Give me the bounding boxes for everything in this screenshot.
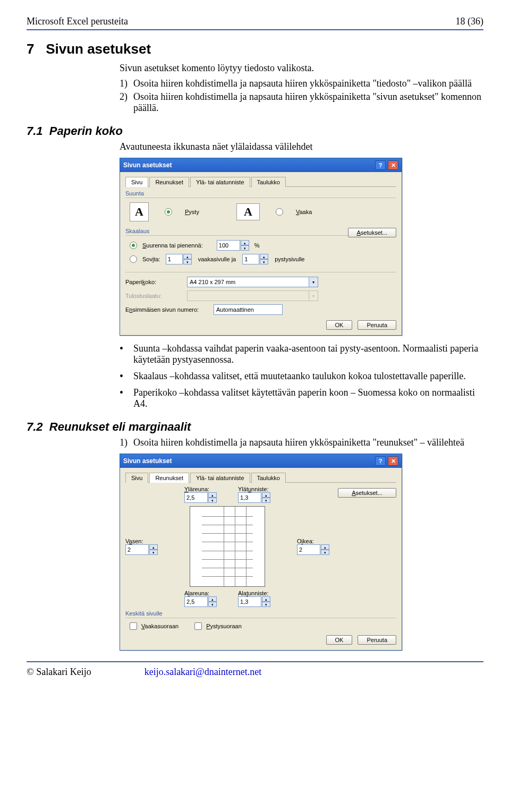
- vasen-input[interactable]: [125, 544, 149, 555]
- chevron-down-icon[interactable]: ▾: [321, 550, 329, 555]
- tab-taulukko[interactable]: Taulukko: [251, 177, 286, 187]
- dialog2-title: Sivun asetukset: [123, 457, 172, 465]
- fit-h-spinner[interactable]: ▴▾: [242, 254, 268, 264]
- peruuta-button[interactable]: Peruuta: [358, 320, 396, 330]
- heading-71-num: 7.1: [27, 124, 43, 138]
- ensnum-input[interactable]: [214, 304, 283, 315]
- steps-7: Osoita hiiren kohdistimella ja napsauta …: [120, 78, 483, 114]
- paperikoko-dropdown[interactable]: ▾: [187, 277, 318, 287]
- radio-sovita[interactable]: [130, 255, 137, 263]
- radio-pysty[interactable]: [165, 208, 172, 216]
- keskita-label: Keskitä sivulle: [125, 610, 396, 617]
- step-72-1: Osoita hiiren kohdistimella ja napsauta …: [120, 437, 483, 448]
- chevron-up-icon[interactable]: ▴: [321, 544, 329, 550]
- fit-mid: vaakasivulle ja: [198, 256, 236, 262]
- paperikoko-value[interactable]: [187, 277, 309, 287]
- tulostuslaatu-dropdown: ▾: [187, 290, 318, 301]
- chevron-up-icon[interactable]: ▴: [260, 254, 268, 259]
- chevron-down-icon[interactable]: ▾: [208, 498, 217, 503]
- alatunniste-label: Alatunniste:: [238, 590, 270, 596]
- fit-end: pystysivulle: [275, 256, 304, 262]
- ylatunniste-label: Ylätunniste:: [238, 486, 270, 492]
- help-button[interactable]: ?: [375, 456, 386, 466]
- tulostuslaatu-label: Tulostuslaatu:: [125, 293, 178, 299]
- heading-7-num: 7: [27, 41, 34, 57]
- chevron-down-icon[interactable]: ▾: [241, 245, 249, 251]
- tab-sivu-2[interactable]: Sivu: [125, 473, 148, 483]
- oikea-spinner[interactable]: ▴▾: [297, 544, 329, 555]
- vasen-spinner[interactable]: ▴▾: [125, 544, 158, 555]
- oikea-label: Oikea:: [297, 538, 329, 544]
- heading-72: 7.2 Reunukset eli marginaalit: [27, 420, 483, 434]
- chevron-down-icon[interactable]: ▾: [149, 550, 158, 555]
- ylareuna-input[interactable]: [184, 492, 208, 503]
- chevron-down-icon[interactable]: ▾: [260, 259, 268, 264]
- checkbox-vaakasuoraan[interactable]: [130, 622, 137, 630]
- alatunniste-input[interactable]: [238, 596, 261, 607]
- bullet-skaalaus: Skaalaus –kohdassa valitset, että muutet…: [120, 371, 483, 382]
- chevron-up-icon[interactable]: ▴: [149, 544, 158, 550]
- chevron-up-icon[interactable]: ▴: [208, 492, 217, 498]
- tab-reunukset-2[interactable]: Reunukset: [149, 473, 189, 483]
- chevron-down-icon[interactable]: ▾: [262, 602, 270, 607]
- chevron-down-icon[interactable]: ▾: [183, 259, 192, 264]
- tab-yla-alatunniste-2[interactable]: Ylä- tai alatunniste: [190, 473, 250, 483]
- tab-yla-alatunniste[interactable]: Ylä- tai alatunniste: [190, 177, 250, 187]
- radio-suurenna[interactable]: [130, 242, 137, 249]
- chevron-up-icon[interactable]: ▴: [262, 596, 270, 602]
- radio-vaaka[interactable]: [276, 208, 283, 216]
- chevron-down-icon[interactable]: ▾: [262, 498, 270, 503]
- fit-w-spinner[interactable]: ▴▾: [166, 254, 192, 264]
- fit-h-input[interactable]: [242, 254, 259, 264]
- alareuna-input[interactable]: [184, 596, 208, 607]
- steps-72: Osoita hiiren kohdistimella ja napsauta …: [120, 437, 483, 448]
- help-button[interactable]: ?: [375, 160, 386, 170]
- scale-percent-input[interactable]: [217, 240, 240, 251]
- heading-71: 7.1 Paperin koko: [27, 124, 483, 138]
- chevron-down-icon[interactable]: ▾: [208, 602, 217, 607]
- checkbox-pystysuoraan[interactable]: [194, 622, 202, 630]
- footer-author: © Salakari Keijo: [27, 666, 91, 678]
- close-button[interactable]: ✕: [388, 456, 398, 466]
- paperikoko-label: Paperikoko:: [125, 279, 178, 285]
- footer-divider: [27, 661, 483, 662]
- tab-reunukset[interactable]: Reunukset: [149, 177, 189, 187]
- oikea-input[interactable]: [297, 544, 320, 555]
- intro-text: Sivun asetukset komento löytyy tiedosto …: [120, 63, 483, 74]
- chevron-up-icon[interactable]: ▴: [183, 254, 192, 259]
- vasen-label: Vasen:: [125, 538, 158, 544]
- heading-72-title: Reunukset eli marginaalit: [49, 420, 191, 433]
- heading-72-num: 7.2: [27, 420, 43, 433]
- asetukset-button[interactable]: Asetukset...: [348, 228, 396, 237]
- dialog-title: Sivun asetukset: [123, 161, 172, 169]
- portrait-icon: A: [130, 202, 149, 221]
- asetukset-button-2[interactable]: Asetukset...: [338, 488, 396, 498]
- ylareuna-spinner[interactable]: ▴▾: [184, 492, 217, 503]
- steps-72-block: Osoita hiiren kohdistimella ja napsauta …: [120, 437, 483, 448]
- close-button[interactable]: ✕: [388, 160, 398, 170]
- tab-sivu[interactable]: Sivu: [125, 177, 148, 187]
- ylareuna-label: Yläreuna:: [184, 486, 217, 492]
- tab-taulukko-2[interactable]: Taulukko: [251, 473, 286, 483]
- header-left: Microsoft Excel perusteita: [27, 16, 128, 27]
- alatunniste-spinner[interactable]: ▴▾: [238, 596, 270, 607]
- fit-w-input[interactable]: [166, 254, 183, 264]
- peruuta-button-2[interactable]: Peruuta: [358, 635, 396, 645]
- ok-button-2[interactable]: OK: [326, 635, 353, 645]
- ok-button[interactable]: OK: [326, 320, 353, 330]
- heading-71-title: Paperin koko: [49, 124, 123, 138]
- alareuna-spinner[interactable]: ▴▾: [184, 596, 217, 607]
- chevron-up-icon[interactable]: ▴: [208, 596, 217, 602]
- label-pystysuoraan: Pystysuoraan: [206, 623, 242, 629]
- scale-percent-spinner[interactable]: ▴▾: [217, 240, 249, 251]
- bullet-paperikoko: Paperikoko –kohdassa valitset käytettävä…: [120, 387, 483, 409]
- ensnum-label: Ensimmäisen sivun numero:: [125, 306, 205, 313]
- ylatunniste-input[interactable]: [238, 492, 261, 503]
- chevron-up-icon[interactable]: ▴: [241, 240, 249, 245]
- label-vaakasuoraan: Vaakasuoraan: [141, 623, 178, 629]
- ylatunniste-spinner[interactable]: ▴▾: [238, 492, 270, 503]
- percent-unit: %: [254, 242, 260, 249]
- chevron-up-icon[interactable]: ▴: [262, 492, 270, 498]
- doc-footer: © Salakari Keijo keijo.salakari@dnainter…: [27, 666, 483, 678]
- chevron-down-icon[interactable]: ▾: [309, 277, 318, 287]
